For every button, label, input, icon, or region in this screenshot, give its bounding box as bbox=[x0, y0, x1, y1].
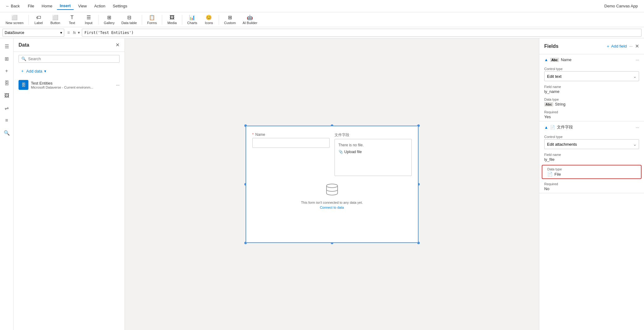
name-required-marker: * bbox=[252, 132, 254, 137]
button-icon: ⬜ bbox=[52, 15, 58, 20]
toolbar: ⬜ New screen 🏷 Label ⬜ Button T Text ☰ I… bbox=[0, 12, 644, 27]
main-layout: ☰ ⊞ + 🗄 🖼 ⇌ ≡ 🔍 Data ✕ 🔍 ＋ Add data ▾ 🗄 … bbox=[0, 38, 644, 330]
divider-1 bbox=[28, 15, 29, 25]
back-label: Back bbox=[11, 4, 20, 8]
name-input[interactable] bbox=[252, 138, 330, 148]
field-section-file: ▲ 📄 文件字段 ··· Control type Edit attachmen… bbox=[539, 121, 644, 193]
name-control-type-prop: Control type Edit text bbox=[539, 65, 644, 83]
text-button[interactable]: T Text bbox=[64, 14, 80, 26]
menu-file[interactable]: File bbox=[25, 2, 37, 10]
svg-point-0 bbox=[326, 184, 338, 188]
connect-to-data-link[interactable]: Connect to data bbox=[320, 206, 344, 209]
label-button[interactable]: 🏷 Label bbox=[31, 14, 47, 26]
form-container: * Name 文件字段 There is no file. bbox=[246, 126, 419, 243]
file-control-type-select-wrapper: Edit attachments bbox=[544, 139, 639, 149]
name-field-name-prop: Field name ly_name bbox=[539, 83, 644, 96]
file-data-type-label: Data type bbox=[547, 167, 636, 171]
custom-button[interactable]: ⊞ Custom bbox=[221, 13, 239, 26]
data-source-name: Test Entities bbox=[31, 81, 113, 86]
upload-label: Upload file bbox=[344, 150, 362, 154]
data-source-more-button[interactable]: ··· bbox=[116, 82, 120, 87]
fields-panel-close[interactable]: ✕ bbox=[635, 43, 639, 49]
field-section-file-label: 文件字段 bbox=[557, 124, 573, 130]
datasource-chevron: ▾ bbox=[60, 31, 62, 35]
upload-file-button[interactable]: 📎 Upload file bbox=[339, 150, 408, 154]
file-control-type-label: Control type bbox=[544, 135, 639, 139]
media-button[interactable]: 🖼 Media bbox=[164, 14, 180, 26]
icons-button[interactable]: 😊 Icons bbox=[201, 13, 217, 26]
add-field-button-header[interactable]: ＋ Add field bbox=[606, 44, 627, 49]
ai-builder-icon: 🤖 bbox=[247, 15, 253, 20]
icon-bar-variables[interactable]: ≡ bbox=[1, 115, 12, 126]
name-control-type-select[interactable]: Edit text bbox=[544, 71, 639, 81]
input-button[interactable]: ☰ Input bbox=[81, 13, 97, 26]
gallery-button[interactable]: ⊞ Gallery bbox=[101, 13, 118, 26]
file-control-type-select[interactable]: Edit attachments bbox=[544, 139, 639, 149]
menu-home[interactable]: Home bbox=[39, 2, 56, 10]
formula-input[interactable] bbox=[82, 29, 642, 37]
input-label: Input bbox=[85, 21, 92, 25]
back-button[interactable]: ← Back bbox=[3, 2, 22, 10]
menu-settings[interactable]: Settings bbox=[110, 2, 130, 10]
forms-icon: 📋 bbox=[149, 15, 155, 20]
data-panel: Data ✕ 🔍 ＋ Add data ▾ 🗄 Test Entities Mi… bbox=[14, 38, 125, 330]
ai-builder-label: AI Builder bbox=[242, 21, 257, 25]
data-source-item[interactable]: 🗄 Test Entities Microsoft Dataverse - Cu… bbox=[14, 77, 124, 92]
name-required-prop: Required Yes bbox=[539, 108, 644, 121]
icon-bar-data[interactable]: 🗄 bbox=[1, 78, 12, 89]
menu-action[interactable]: Action bbox=[91, 2, 108, 10]
icon-bar-insert[interactable]: + bbox=[1, 65, 12, 77]
name-data-type-prop: Data type Abc String bbox=[539, 96, 644, 108]
file-data-type-value: 📄 File bbox=[547, 172, 636, 177]
icon-bar-search[interactable]: 🔍 bbox=[1, 127, 12, 138]
custom-label: Custom bbox=[224, 21, 236, 25]
text-icon: T bbox=[70, 15, 74, 20]
search-box: 🔍 bbox=[19, 55, 120, 63]
fields-more-options[interactable]: ··· bbox=[629, 44, 633, 48]
name-field-name-value: ly_name bbox=[544, 89, 639, 94]
forms-button[interactable]: 📋 Forms bbox=[144, 13, 160, 26]
name-data-type-label: Data type bbox=[544, 98, 639, 101]
icon-bar-media[interactable]: 🖼 bbox=[1, 90, 12, 101]
divider-6 bbox=[219, 15, 219, 25]
name-field-more[interactable]: ··· bbox=[636, 57, 639, 62]
name-control-type-label: Control type bbox=[544, 67, 639, 71]
icon-bar-layers[interactable]: ⊞ bbox=[1, 53, 12, 64]
name-field-type-badge: Abc bbox=[550, 58, 559, 62]
file-field-more[interactable]: ··· bbox=[636, 125, 639, 130]
file-upload-area[interactable]: There is no file. 📎 Upload file bbox=[335, 139, 412, 176]
fx-button[interactable]: fx bbox=[73, 31, 76, 35]
canvas-area: * Name 文件字段 There is no file. bbox=[125, 38, 539, 330]
new-screen-button[interactable]: ⬜ New screen bbox=[2, 13, 27, 26]
divider-4 bbox=[162, 15, 162, 25]
menu-insert[interactable]: Insert bbox=[57, 2, 74, 10]
name-control-type-select-wrapper: Edit text bbox=[544, 71, 639, 81]
label-icon: 🏷 bbox=[36, 15, 41, 20]
form-card[interactable]: * Name 文件字段 There is no file. bbox=[246, 126, 419, 243]
field-section-file-header[interactable]: ▲ 📄 文件字段 ··· bbox=[539, 121, 644, 133]
button-button[interactable]: ⬜ Button bbox=[47, 13, 63, 26]
field-section-name-label: Name bbox=[561, 57, 572, 62]
charts-button[interactable]: 📊 Charts bbox=[184, 13, 200, 26]
ai-builder-button[interactable]: 🤖 AI Builder bbox=[239, 13, 260, 26]
gallery-icon: ⊞ bbox=[107, 15, 111, 20]
data-source-icon: 🗄 bbox=[19, 80, 28, 90]
new-screen-label: New screen bbox=[6, 21, 23, 25]
new-screen-icon: ⬜ bbox=[11, 15, 18, 20]
menu-view[interactable]: View bbox=[75, 2, 90, 10]
icon-bar-connectors[interactable]: ⇌ bbox=[1, 102, 12, 114]
datasource-select[interactable]: DataSource ▾ bbox=[2, 29, 64, 37]
paperclip-icon: 📎 bbox=[339, 150, 343, 154]
add-data-button[interactable]: ＋ Add data ▾ bbox=[19, 67, 120, 75]
file-field-name-value: ly_file bbox=[544, 157, 639, 162]
data-table-button[interactable]: ⊟ Data table bbox=[118, 13, 140, 26]
data-panel-close[interactable]: ✕ bbox=[116, 42, 120, 48]
field-section-name-header[interactable]: ▲ Abc Name ··· bbox=[539, 54, 644, 65]
file-field-name-label: Field name bbox=[544, 153, 639, 157]
name-field: * Name bbox=[252, 132, 330, 176]
icon-bar-menu[interactable]: ☰ bbox=[1, 41, 12, 52]
forms-label: Forms bbox=[147, 21, 157, 25]
add-data-plus-icon: ＋ bbox=[20, 68, 24, 74]
search-input[interactable] bbox=[28, 56, 117, 61]
charts-label: Charts bbox=[187, 21, 197, 25]
